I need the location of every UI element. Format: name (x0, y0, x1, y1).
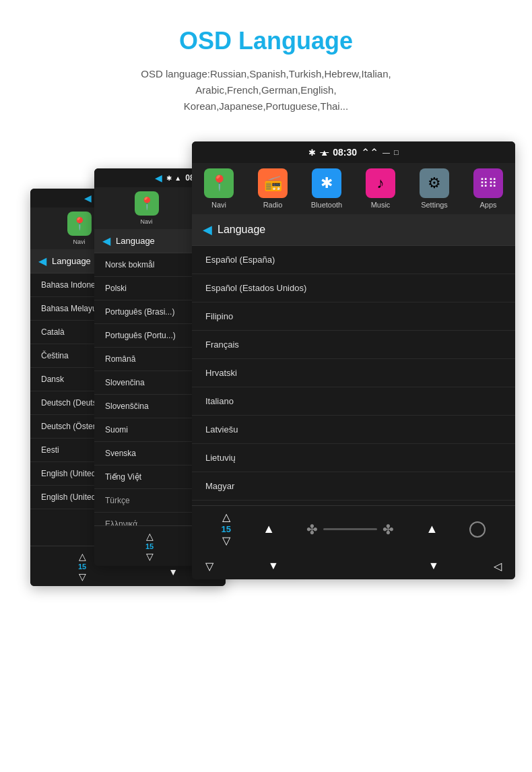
lang-italiano[interactable]: Italiano (192, 387, 515, 416)
nav-bluetooth-3[interactable]: ✱ Bluetooth (300, 168, 354, 209)
ctrl-group-left: △ 15 ▽ (222, 512, 231, 546)
screenshots-container: ◀ ✱ ▲ 08:30 ⌃⌃ — □ 📍 Navi 📻 Radio (13, 141, 519, 653)
rect-icon-3: □ (394, 148, 399, 156)
bluetooth-icon-3: ✱ (312, 168, 341, 198)
ctrl-group-3: △ 15 ▽ (145, 532, 154, 561)
navi-label-2: Navi (140, 218, 152, 225)
navi-icon-2: 📍 (135, 191, 159, 216)
settings-label-3: Settings (421, 201, 448, 209)
back-btn-3[interactable]: ◀ (203, 222, 212, 237)
signal-crossed-icon: ▲ (320, 148, 329, 158)
navi-icon-3: 📍 (204, 168, 234, 198)
down-triangle-icon[interactable]: ▽ (205, 560, 213, 573)
lang-espanol-estados[interactable]: Español (Estados Unidos) (192, 274, 515, 302)
lang-nederlands[interactable]: Nederlands (192, 501, 515, 505)
back-arrow-icon-2: ◀ (155, 172, 162, 183)
arrow-down-icon-3[interactable]: ▽ (146, 552, 154, 561)
signal-icon-2: ▲ (174, 174, 181, 182)
navi-label-1: Navi (73, 238, 85, 245)
nav-radio-3[interactable]: 📻 Radio (246, 168, 300, 209)
ctrl-num-2: 15 (145, 542, 154, 550)
lang-francais[interactable]: Français (192, 331, 515, 359)
nav-bar-3: 📍 Navi 📻 Radio ✱ Bluetooth ♪ Music ⚙ (192, 163, 515, 214)
page-header: OSD Language OSD language:Russian,Spanis… (0, 0, 532, 128)
fan-left-icon: ✤ (306, 521, 318, 538)
up-right-icon: ▲ (426, 522, 438, 536)
temperature-slider[interactable] (323, 528, 377, 530)
radio-icon-3: 📻 (258, 168, 288, 198)
language-list-main: Español (España) Español (Estados Unidos… (192, 246, 515, 505)
down-filled-icon[interactable]: ▼ (268, 560, 279, 572)
page-description: OSD language:Russian,Spanish,Turkish,Heb… (13, 66, 519, 115)
bt-icon-2: ✱ (166, 174, 172, 182)
ctrl-num: 15 (78, 562, 86, 571)
bt-icon-3: ✱ (308, 148, 316, 158)
language-title-2: Language (116, 236, 155, 246)
nav-navi-2[interactable]: 📍 Navi (94, 191, 199, 225)
language-title-3: Language (218, 224, 265, 236)
ctrl-num-main: 15 (222, 524, 231, 534)
lang-espanol-espana[interactable]: Español (España) (192, 246, 515, 274)
navi-label-3: Navi (211, 201, 226, 209)
fan-right-icon: ✤ (383, 521, 394, 538)
apps-label-3: Apps (479, 201, 496, 209)
arrow-down-icon[interactable]: ▽ (79, 572, 86, 581)
music-label-3: Music (371, 201, 391, 209)
arrow-up-icon-3[interactable]: △ (146, 532, 154, 541)
nav-navi-3[interactable]: 📍 Navi (192, 168, 246, 209)
ctrl-center-group: ✤ ✤ (306, 521, 394, 538)
language-header-3: ◀ Language (192, 214, 515, 246)
nav-apps-3[interactable]: ⠿⠿ Apps (461, 168, 515, 209)
lang-latviesu[interactable]: Latviešu (192, 416, 515, 444)
ctrl-up-arrow-right[interactable]: ▲ (426, 522, 438, 536)
apps-icon-3: ⠿⠿ (473, 168, 503, 198)
settings-icon-3: ⚙ (420, 168, 449, 198)
circle-button[interactable] (469, 521, 486, 538)
back-triangle-icon[interactable]: ◁ (494, 560, 502, 573)
lang-hrvatski[interactable]: Hrvatski (192, 359, 515, 387)
arrow-up-icon-main[interactable]: △ (222, 512, 230, 523)
ctrl-group-1: △ 15 ▽ (78, 552, 86, 581)
status-bar-3: ✱ ▲ 08:30 ⌃⌃ — □ (192, 141, 515, 163)
down-right-icon[interactable]: ▼ (428, 560, 439, 572)
minimize-icon-3: — (383, 148, 390, 156)
lang-lietuviu[interactable]: Lietuvių (192, 444, 515, 472)
language-title-1: Language (52, 256, 91, 266)
arrow-down-icon-2[interactable]: ▼ (168, 567, 178, 577)
bluetooth-label-3: Bluetooth (311, 201, 342, 209)
device-screen-3: ✱ ▲ 08:30 ⌃⌃ — □ 📍 Navi 📻 Radio ✱ (192, 141, 515, 579)
back-arrow-icon-1: ◀ (84, 193, 92, 203)
time-3: 08:30 (333, 147, 357, 158)
bottom-controls-main: △ 15 ▽ ▲ ✤ ✤ ▲ (192, 505, 515, 552)
lang-filipino[interactable]: Filipino (192, 302, 515, 331)
radio-label-3: Radio (263, 201, 283, 209)
expand-icon-3: ⌃⌃ (361, 146, 378, 159)
music-icon-3: ♪ (366, 168, 395, 198)
lang-magyar[interactable]: Magyar (192, 472, 515, 501)
arrow-up-icon[interactable]: △ (79, 552, 86, 561)
ctrl-up-arrow-small[interactable]: ▲ (263, 522, 275, 536)
arrow-down-icon-main[interactable]: ▽ (222, 536, 230, 546)
nav-music-3[interactable]: ♪ Music (354, 168, 407, 209)
navi-icon-1: 📍 (67, 212, 92, 236)
bottom-row-2: ▽ ▼ ▼ ◁ (192, 552, 515, 579)
nav-settings-3[interactable]: ⚙ Settings (407, 168, 461, 209)
back-btn-2[interactable]: ◀ (102, 234, 110, 247)
back-btn-1[interactable]: ◀ (38, 255, 46, 267)
up-filled-icon: ▲ (263, 522, 275, 536)
page-title: OSD Language (13, 27, 519, 55)
